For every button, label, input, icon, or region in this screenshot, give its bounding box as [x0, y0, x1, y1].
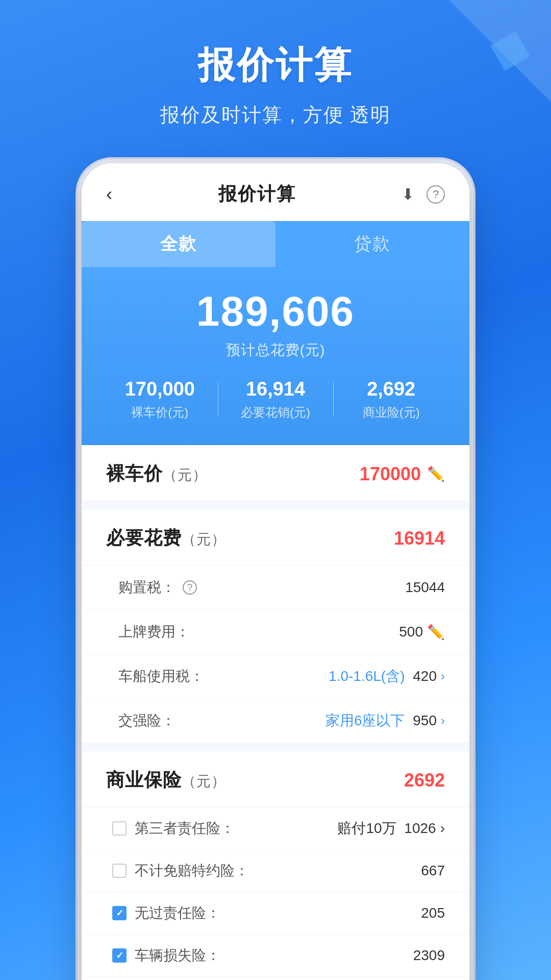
tab-bar: 全款 贷款: [82, 221, 469, 267]
summary-section: 189,606 预计总花费(元) 170,000 裸车价(元) 16,914 必…: [82, 267, 469, 445]
third-party-checkbox[interactable]: [112, 821, 127, 836]
commercial-ins-title: 商业保险（元）: [106, 768, 226, 793]
license-fee-edit-icon[interactable]: ✏️: [427, 624, 445, 641]
no-fault-label: 无过责任险：: [112, 903, 220, 923]
necessary-cost-title: 必要花费（元）: [106, 526, 226, 551]
third-party-row: 第三者责任险： 赔付10万 1026 ›: [82, 807, 469, 850]
topbar-title: 报价计算: [218, 182, 296, 207]
third-party-label: 第三者责任险：: [112, 819, 235, 838]
divider-1: [82, 501, 469, 509]
no-deductible-value: 667: [421, 863, 445, 879]
third-party-value[interactable]: 赔付10万 1026 ›: [337, 819, 445, 838]
page-title: 报价计算: [20, 41, 531, 90]
compulsory-ins-option: 家用6座以下: [325, 711, 405, 730]
purchase-tax-row: 购置税： ? 15044: [82, 566, 469, 610]
total-label: 预计总花费(元): [102, 340, 449, 360]
third-party-option: 赔付10万: [337, 819, 396, 838]
purchase-tax-help-icon[interactable]: ?: [183, 580, 197, 595]
breakdown-insurance: 2,692 商业险(元): [333, 378, 449, 421]
breakdown-necessary-label: 必要花销(元): [218, 404, 334, 421]
breakdown-insurance-label: 商业险(元): [333, 404, 449, 421]
no-deductible-row: 不计免赔特约险： 667: [82, 850, 469, 892]
bare-car-value: 170000: [360, 463, 421, 485]
tab-full-payment[interactable]: 全款: [82, 221, 276, 267]
phone-mockup: ‹ 报价计算 ⬇ ? 全款 贷款 189,606 预计总花费(元) 170,00…: [82, 163, 469, 980]
phone-topbar: ‹ 报价计算 ⬇ ?: [82, 163, 469, 221]
bare-car-edit-icon[interactable]: ✏️: [427, 465, 445, 482]
commercial-ins-section-header: 商业保险（元） 2692: [82, 751, 469, 807]
no-fault-value: 205: [421, 905, 445, 921]
necessary-cost-value: 16914: [394, 528, 445, 549]
content-area: 裸车价（元） 170000 ✏️ 必要花费（元） 16914 购置税： ? 15…: [82, 445, 469, 980]
no-deductible-checkbox[interactable]: [112, 864, 127, 878]
vehicle-damage-row: 车辆损失险： 2309: [82, 935, 469, 977]
vessel-tax-option: 1.0-1.6L(含): [329, 667, 405, 686]
page-header: 报价计算 报价及时计算，方便 透明: [0, 0, 551, 149]
breakdown-bare-car-value: 170,000: [102, 378, 218, 400]
vehicle-damage-value: 2309: [413, 947, 445, 964]
compulsory-ins-row: 交强险： 家用6座以下 950 ›: [82, 699, 469, 743]
breakdown-insurance-value: 2,692: [333, 378, 449, 400]
compulsory-ins-label: 交强险：: [118, 711, 176, 730]
tab-loan[interactable]: 贷款: [276, 221, 469, 267]
vehicle-damage-checkbox[interactable]: [112, 948, 127, 963]
license-fee-row: 上牌费用： 500 ✏️: [82, 610, 469, 654]
breakdown-bare-car-label: 裸车价(元): [102, 404, 218, 421]
breakdown-bare-car: 170,000 裸车价(元): [102, 378, 218, 421]
download-icon[interactable]: ⬇: [402, 185, 414, 203]
back-button[interactable]: ‹: [106, 184, 112, 205]
breakdown-necessary: 16,914 必要花销(元): [218, 378, 334, 421]
vehicle-damage-label: 车辆损失险：: [112, 946, 220, 965]
compulsory-ins-value[interactable]: 家用6座以下 950 ›: [325, 711, 445, 730]
breakdown-necessary-value: 16,914: [218, 378, 334, 400]
vessel-tax-label: 车船使用税：: [118, 667, 204, 686]
page-subtitle: 报价及时计算，方便 透明: [20, 102, 531, 128]
help-icon[interactable]: ?: [427, 185, 445, 204]
necessary-cost-section-header: 必要花费（元） 16914: [82, 509, 469, 566]
no-deductible-label: 不计免赔特约险：: [112, 861, 249, 880]
divider-2: [82, 743, 469, 751]
bare-car-section-header: 裸车价（元） 170000 ✏️: [82, 445, 469, 501]
summary-breakdown: 170,000 裸车价(元) 16,914 必要花销(元) 2,692 商业险(…: [102, 378, 449, 421]
bare-car-title: 裸车价（元）: [106, 461, 207, 486]
purchase-tax-value: 15044: [405, 579, 445, 596]
commercial-ins-value: 2692: [404, 770, 445, 791]
no-fault-checkbox[interactable]: [112, 906, 127, 920]
vessel-tax-row: 车船使用税： 1.0-1.6L(含) 420 ›: [82, 654, 469, 699]
no-fault-row: 无过责任险： 205: [82, 892, 469, 935]
bare-car-value-container: 170000 ✏️: [360, 463, 445, 485]
third-party-chevron: ›: [440, 820, 445, 837]
license-fee-label: 上牌费用：: [118, 622, 190, 642]
vessel-tax-value[interactable]: 1.0-1.6L(含) 420 ›: [329, 667, 445, 686]
compulsory-ins-chevron: ›: [441, 714, 445, 728]
purchase-tax-label: 购置税： ?: [118, 578, 197, 597]
vessel-tax-chevron: ›: [441, 669, 445, 683]
spontaneous-combustion-row: 自燃损坏险： 255: [82, 977, 469, 980]
license-fee-value: 500 ✏️: [399, 624, 445, 641]
topbar-actions: ⬇ ?: [402, 185, 445, 204]
total-amount: 189,606: [102, 287, 449, 335]
